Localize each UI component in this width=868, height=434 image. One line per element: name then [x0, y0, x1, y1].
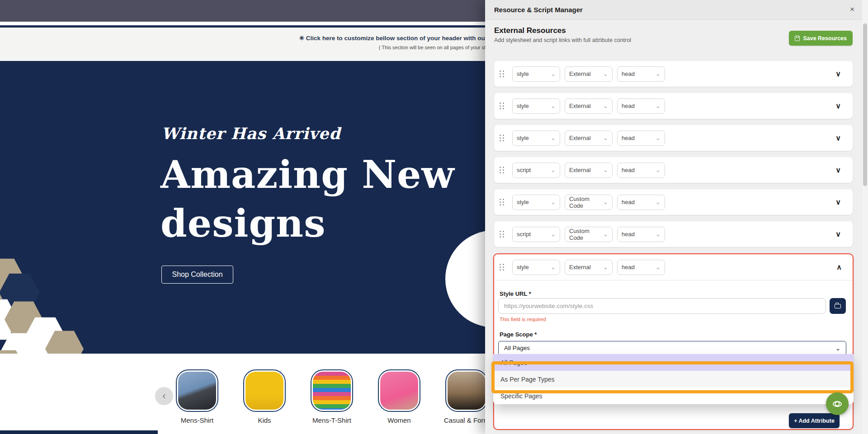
- expand-chevron-icon[interactable]: ∨: [835, 134, 841, 142]
- expanded-row-header: style⌄ External⌄ head⌄ ∧: [494, 254, 853, 280]
- expand-chevron-icon[interactable]: ∨: [835, 70, 841, 78]
- resource-source-select[interactable]: Custom Code⌄: [565, 227, 613, 242]
- chevron-down-icon: ⌄: [603, 135, 608, 141]
- category-card[interactable]: [243, 369, 286, 412]
- carousel-prev-button[interactable]: ‹: [155, 387, 173, 405]
- select-value: style: [517, 199, 529, 205]
- chevron-down-icon: ⌄: [656, 167, 660, 173]
- customize-banner-text[interactable]: ✳ Click here to customize bellow section…: [253, 34, 493, 42]
- select-value: script: [517, 167, 531, 173]
- drag-handle-icon[interactable]: [500, 199, 504, 205]
- expanded-resource-card: style⌄ External⌄ head⌄ ∧ Style URL * Thi…: [493, 253, 854, 430]
- dropdown-option-specific-pages[interactable]: Specific Pages: [493, 387, 854, 404]
- resource-row: style⌄ External⌄ head⌄ ∨: [494, 61, 853, 87]
- folder-icon: [835, 304, 841, 308]
- resource-placement-select[interactable]: head⌄: [617, 195, 665, 210]
- drag-handle-icon[interactable]: [500, 167, 504, 173]
- panel-scrollbar-track: [862, 0, 868, 434]
- category-image: [380, 372, 418, 410]
- divider: [494, 280, 853, 280]
- bottom-navy-strip: [0, 430, 158, 434]
- resource-script-manager-panel: Resource & Script Manager × External Res…: [485, 0, 868, 434]
- resource-placement-select[interactable]: head⌄: [617, 227, 665, 242]
- style-url-input[interactable]: [498, 298, 826, 314]
- dropdown-option-all-pages[interactable]: All Pages: [493, 354, 854, 371]
- category-card[interactable]: [445, 369, 488, 412]
- category-card[interactable]: [176, 369, 218, 412]
- customize-banner-subtext: ( This section will be seen on all pages…: [289, 45, 493, 50]
- page-scope-select[interactable]: All Pages ⌄: [498, 341, 846, 355]
- chevron-down-icon: ⌄: [551, 264, 556, 271]
- resource-placement-select[interactable]: head⌄: [617, 260, 665, 275]
- chevron-down-icon: ⌄: [551, 103, 556, 109]
- resource-source-select[interactable]: External⌄: [565, 98, 613, 114]
- resource-type-select[interactable]: style⌄: [512, 260, 560, 275]
- category-label[interactable]: Kids: [228, 416, 301, 424]
- category-label[interactable]: Women: [363, 416, 435, 424]
- resource-type-select[interactable]: style⌄: [512, 195, 560, 210]
- select-value: External: [569, 167, 591, 173]
- resource-row: style⌄ External⌄ head⌄ ∨: [494, 93, 853, 119]
- resource-placement-select[interactable]: head⌄: [617, 66, 665, 82]
- chevron-down-icon: ⌄: [656, 264, 660, 271]
- drag-handle-icon[interactable]: [500, 103, 504, 109]
- chevron-down-icon: ⌄: [603, 167, 608, 173]
- select-value: head: [622, 199, 635, 205]
- category-label[interactable]: Mens-Shirt: [161, 416, 233, 424]
- expand-chevron-icon[interactable]: ∨: [835, 166, 841, 174]
- panel-scrollbar-thumb[interactable]: [863, 23, 867, 186]
- resource-type-select[interactable]: style⌄: [512, 98, 560, 114]
- chevron-down-icon: ⌄: [551, 231, 556, 238]
- shop-collection-button[interactable]: Shop Collection: [161, 266, 233, 284]
- category-card[interactable]: [311, 369, 353, 412]
- dropdown-option-as-per-page-types[interactable]: As Per Page Types: [493, 371, 854, 387]
- collapse-chevron-icon[interactable]: ∧: [836, 263, 842, 271]
- resource-source-select[interactable]: External⌄: [565, 66, 613, 82]
- close-icon[interactable]: ×: [850, 5, 854, 14]
- resource-source-select[interactable]: Custom Code⌄: [565, 195, 613, 210]
- chevron-down-icon: ⌄: [656, 70, 660, 77]
- select-value: style: [517, 135, 529, 141]
- hero-title-line1: Amazing New: [160, 150, 455, 199]
- expand-chevron-icon[interactable]: ∨: [835, 102, 841, 110]
- resource-type-select[interactable]: script⌄: [512, 163, 560, 178]
- select-value: head: [622, 167, 635, 173]
- expand-chevron-icon[interactable]: ∨: [835, 230, 841, 238]
- browse-file-button[interactable]: [830, 298, 846, 314]
- preview-eye-button[interactable]: [826, 392, 849, 415]
- resource-type-select[interactable]: script⌄: [512, 227, 560, 242]
- chevron-down-icon: ⌄: [603, 70, 608, 77]
- category-card[interactable]: [378, 369, 420, 412]
- expand-chevron-icon[interactable]: ∨: [835, 198, 841, 206]
- select-value: head: [622, 103, 635, 109]
- select-value: head: [622, 264, 635, 271]
- chevron-down-icon: ⌄: [656, 231, 660, 238]
- resource-row: script⌄ External⌄ head⌄ ∨: [494, 157, 853, 183]
- resource-placement-select[interactable]: head⌄: [617, 131, 665, 146]
- resource-source-select[interactable]: External⌄: [565, 131, 613, 146]
- chevron-down-icon: ⌄: [603, 231, 608, 238]
- resource-source-select[interactable]: External⌄: [565, 163, 613, 178]
- resource-type-select[interactable]: style⌄: [512, 66, 560, 82]
- save-resources-button[interactable]: Save Resources: [789, 31, 853, 46]
- select-value: head: [622, 70, 635, 77]
- drag-handle-icon[interactable]: [500, 70, 504, 77]
- category-image: [448, 372, 486, 410]
- resource-source-select[interactable]: External⌄: [565, 260, 613, 275]
- resource-type-select[interactable]: style⌄: [512, 131, 560, 146]
- chevron-down-icon: ⌄: [551, 167, 556, 173]
- chevron-down-icon: ⌄: [656, 199, 660, 205]
- select-value: head: [622, 135, 635, 141]
- add-attribute-button[interactable]: + Add Attribute: [789, 413, 840, 428]
- section-subheading: Add stylesheet and script links with ful…: [494, 37, 631, 43]
- select-value: script: [517, 231, 531, 238]
- drag-handle-icon[interactable]: [500, 231, 504, 238]
- style-url-label: Style URL *: [500, 290, 531, 297]
- drag-handle-icon[interactable]: [500, 135, 504, 141]
- resource-placement-select[interactable]: head⌄: [617, 98, 665, 114]
- select-value: Custom Code: [569, 228, 600, 241]
- category-label[interactable]: Mens-T-Shirt: [296, 416, 368, 424]
- resource-placement-select[interactable]: head⌄: [617, 163, 665, 178]
- select-value: Custom Code: [569, 196, 600, 209]
- drag-handle-icon[interactable]: [500, 264, 504, 271]
